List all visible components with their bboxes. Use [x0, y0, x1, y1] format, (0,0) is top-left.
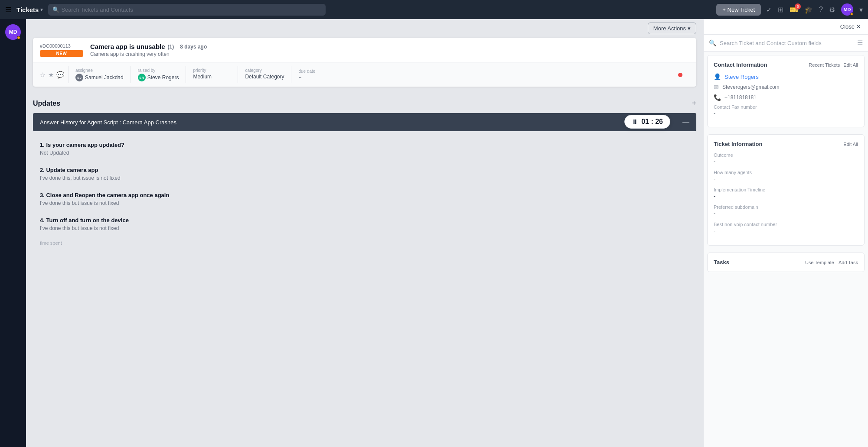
hamburger-icon[interactable]: ☰	[5, 6, 11, 14]
tasks-actions: Use Template Add Task	[805, 260, 858, 265]
assignee-value-row: SJ Samuel Jackdad	[75, 74, 124, 81]
outcome-value: -	[714, 159, 858, 165]
agents-label: How many agents	[714, 170, 858, 175]
ticket-icon[interactable]: 🎫 5	[790, 6, 798, 14]
more-actions-button[interactable]: More Actions ▾	[648, 23, 696, 34]
avatar[interactable]: MD	[841, 3, 853, 16]
contact-section-header: Contact Information Recent Tickets Edit …	[714, 62, 858, 68]
timer-pill[interactable]: ⏸ 01 : 26	[624, 115, 670, 129]
qa-item-1: 1. Is your camera app updated? Not Updat…	[33, 136, 696, 162]
recent-tickets-link[interactable]: Recent Tickets	[809, 62, 840, 68]
contact-fax-field: Contact Fax number -	[714, 104, 858, 117]
ticket-count: (1)	[168, 44, 174, 50]
tasks-section: Tasks Use Template Add Task	[707, 253, 865, 272]
qa-answer-4: I've done this but issue is not fixed	[40, 225, 689, 231]
script-row: Answer History for Agent Script : Camera…	[33, 113, 696, 131]
updates-header: Updates +	[33, 99, 696, 108]
chevron-down-icon[interactable]: ▾	[859, 6, 863, 14]
timer-overlay-wrap: Answer History for Agent Script : Camera…	[33, 113, 696, 131]
due-date-dot	[678, 73, 682, 77]
meta-action-icons: ☆ ★ 💬	[40, 71, 65, 79]
collapse-button[interactable]: —	[682, 118, 689, 126]
school-icon[interactable]: 🎓	[804, 6, 813, 14]
search-icon: 🔍	[52, 6, 59, 13]
ticket-title: Camera app is unusable (1) 8 days ago	[90, 43, 689, 50]
contact-phone: +1811818181	[724, 94, 757, 100]
category-value: Default Category	[245, 74, 284, 80]
ticket-header-bar: More Actions ▾	[26, 19, 703, 38]
main-content: More Actions ▾ #DC00000113 NEW Camera ap…	[26, 19, 868, 447]
time-spent-label: time spent	[40, 240, 62, 246]
assignee-label: assignee	[75, 68, 124, 73]
contact-phone-row: 📞 +1811818181	[714, 94, 858, 101]
new-ticket-button[interactable]: + New Ticket	[716, 4, 761, 16]
close-button[interactable]: Close ✕	[840, 23, 861, 30]
ticket-badge: 5	[795, 3, 801, 10]
qa-answer-3: I've done this but issue is not fixed	[40, 200, 689, 206]
assignee-field: assignee SJ Samuel Jackdad	[68, 66, 131, 83]
sidebar-avatar-initials: MD	[9, 29, 17, 35]
tasks-header: Tasks Use Template Add Task	[714, 259, 858, 266]
sidebar: MD	[0, 19, 26, 447]
subdomain-label: Preferred subdomain	[714, 204, 858, 210]
agents-value: -	[714, 176, 858, 182]
contact-section-title: Contact Information	[714, 62, 767, 68]
person-icon: 👤	[714, 73, 721, 80]
ticket-card: #DC00000113 NEW Camera app is unusable (…	[33, 38, 696, 87]
right-panel-header: Close ✕	[704, 19, 868, 35]
ticket-subtitle: Camera app is crashing very often	[90, 51, 689, 57]
left-panel: More Actions ▾ #DC00000113 NEW Camera ap…	[26, 19, 703, 447]
outcome-field: Outcome -	[714, 152, 858, 165]
qa-item-2: 2. Update camera app I've done this, but…	[33, 162, 696, 187]
nav-title[interactable]: Tickets ▾	[16, 6, 43, 13]
star-filled-icon[interactable]: ★	[48, 71, 54, 79]
ticket-section-title: Ticket Information	[714, 141, 762, 147]
contact-name[interactable]: Steve Rogers	[724, 74, 759, 80]
qa-answer-1: Not Updated	[40, 150, 689, 156]
sidebar-avatar[interactable]: MD	[5, 24, 21, 40]
subdomain-value: -	[714, 211, 858, 217]
assignee-avatar: SJ	[75, 74, 83, 81]
priority-value: Medium	[193, 74, 231, 80]
chevron-down-icon: ▾	[40, 7, 43, 13]
add-task-link[interactable]: Add Task	[839, 260, 858, 265]
assignee-name: Samuel Jackdad	[85, 74, 124, 81]
use-template-link[interactable]: Use Template	[805, 260, 834, 265]
right-panel: Close ✕ 🔍 ☰ Contact Information Recent T…	[703, 19, 868, 447]
close-icon: ✕	[856, 23, 861, 30]
ticket-information-section: Ticket Information Edit All Outcome - Ho…	[707, 134, 865, 246]
ticket-status-badge: NEW	[40, 50, 83, 57]
tasks-title: Tasks	[714, 259, 729, 266]
ticket-id-block: #DC00000113 NEW	[40, 43, 83, 57]
meta-fields: assignee SJ Samuel Jackdad raised by	[68, 66, 689, 83]
timer-value: 01 : 26	[641, 118, 663, 126]
priority-field: priority Medium	[186, 66, 238, 83]
check-icon[interactable]: ✓	[766, 6, 772, 14]
contact-email: Steverogers@gmail.com	[722, 84, 780, 90]
script-label: Answer History for Agent Script : Camera…	[40, 119, 176, 126]
qa-item-4: 4. Turn off and turn on the device I've …	[33, 212, 696, 237]
edit-all-ticket-link[interactable]: Edit All	[843, 142, 858, 147]
search-input[interactable]	[48, 4, 326, 16]
ticket-title-block: Camera app is unusable (1) 8 days ago Ca…	[90, 43, 689, 57]
pause-icon[interactable]: ⏸	[632, 118, 638, 125]
time-spent: time spent	[33, 237, 696, 249]
ticket-meta-row: ☆ ★ 💬 assignee SJ Samuel Jackdad	[33, 63, 696, 87]
edit-all-contact-link[interactable]: Edit All	[843, 62, 858, 68]
comment-icon[interactable]: 💬	[56, 71, 65, 79]
custom-fields-search-input[interactable]	[720, 40, 854, 46]
contact-information-section: Contact Information Recent Tickets Edit …	[707, 55, 865, 127]
category-field: category Default Category	[238, 66, 291, 83]
sidebar-avatar-dot	[17, 36, 20, 39]
dashboard-icon[interactable]: ⊞	[778, 6, 783, 14]
qa-question-4: 4. Turn off and turn on the device	[40, 217, 689, 224]
list-icon[interactable]: ☰	[857, 39, 863, 47]
assignee-initials: SJ	[77, 76, 82, 80]
settings-icon[interactable]: ⚙	[829, 6, 835, 14]
star-outline-icon[interactable]: ☆	[40, 71, 46, 79]
qa-list: 1. Is your camera app updated? Not Updat…	[33, 136, 696, 237]
help-icon[interactable]: ?	[819, 6, 823, 13]
avatar-initials: MD	[843, 7, 851, 12]
raised-by-value-row: SR Steve Rogers	[138, 74, 179, 81]
add-update-button[interactable]: +	[692, 99, 696, 108]
